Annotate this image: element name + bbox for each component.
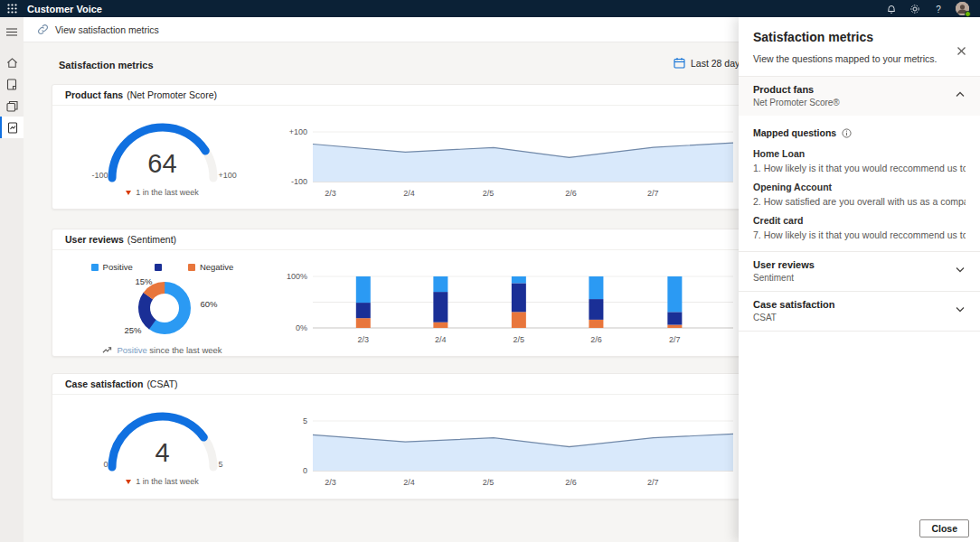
app-launcher-waffle-icon[interactable] [0,0,24,17]
home-icon [6,57,18,69]
svg-text:5: 5 [303,416,307,425]
svg-text:2/3: 2/3 [325,478,336,487]
svg-text:+100: +100 [289,127,307,136]
positive-swatch [91,264,99,271]
copy-box-icon [6,100,18,112]
view-command-label: View satisfaction metrics [55,24,159,35]
nps-max-label: +100 [219,171,237,180]
satisfaction-metrics-panel: Satisfaction metrics View the questions … [739,17,980,542]
app-top-bar: Customer Voice ? [0,0,980,17]
mapped-question: Credit card 7. How likely is it that you… [739,207,980,240]
user-avatar[interactable] [956,2,969,15]
nps-gauge-block: 64 -100 +100 1 in the last week [52,106,272,209]
legend-item-positive: Positive [91,262,133,272]
sentiment-trend: Positive since the last week [102,345,221,355]
card-product-fans: Product fans (Net Promoter Score) 64 -10… [52,84,743,210]
svg-text:2/5: 2/5 [514,335,525,344]
settings-gear-icon[interactable] [903,0,927,17]
svg-text:2/3: 2/3 [358,335,370,344]
svg-text:100%: 100% [287,272,307,281]
page-title: Satisfaction metrics [59,60,154,70]
csat-max-label: 5 [219,460,223,469]
svg-text:2/7: 2/7 [647,478,659,487]
date-range-label: Last 28 days [691,58,745,69]
panel-section-user-reviews[interactable]: User reviews Sentiment [739,252,980,291]
svg-text:2/4: 2/4 [403,189,415,198]
svg-text:2/5: 2/5 [483,478,495,487]
link-icon [37,23,49,35]
svg-text:2/4: 2/4 [435,335,447,344]
left-nav-sidebar [0,17,24,542]
calendar-icon [674,57,685,69]
svg-text:2/7: 2/7 [647,189,659,198]
donut-label-negative: 15% [136,276,153,286]
svg-text:2/3: 2/3 [325,189,336,198]
card-subtitle: (Net Promoter Score) [127,89,217,100]
svg-text:2/4: 2/4 [403,478,415,487]
svg-text:2/6: 2/6 [590,335,602,344]
card-title: User reviews [65,234,124,245]
panel-section-product-fans[interactable]: Product fans Net Promoter Score® [739,77,980,116]
presence-indicator [965,11,971,17]
neutral-swatch [155,264,162,271]
donut-label-neutral: 25% [125,325,142,335]
sentiment-donut-chart: 60% 25% 15% [72,278,253,338]
chevron-down-icon[interactable] [955,304,966,314]
report-icon [7,122,18,134]
card-subtitle: (Sentiment) [127,234,176,245]
panel-close-icon[interactable] [956,46,966,56]
svg-text:2/6: 2/6 [565,478,577,487]
sentiment-stacked-bar-chart: 2/32/42/52/62/7100%0% [272,250,742,356]
card-case-satisfaction: Case satisfaction (CSAT) 4 0 5 1 in the … [52,373,743,500]
close-button[interactable]: Close [919,519,969,537]
panel-description: View the questions mapped to your metric… [753,53,966,64]
mapped-question: Opening Account 2. How satisfied are you… [739,173,980,207]
csat-gauge: 4 0 5 [81,397,244,483]
sidebar-item-projects[interactable] [0,95,24,117]
sidebar-item-home[interactable] [0,51,24,73]
card-subtitle: (CSAT) [146,378,177,389]
app-title: Customer Voice [27,4,102,14]
svg-text:2/7: 2/7 [669,335,681,344]
mapped-question: Home Loan 1. How likely is it that you w… [739,140,980,173]
info-icon[interactable] [842,128,852,138]
mapped-questions-label: Mapped questions [739,116,980,140]
nps-trend-chart: +100-1002/32/42/52/62/7 [272,106,742,209]
nps-min-label: -100 [81,171,108,180]
csat-trend-chart: 502/32/42/52/62/7 [272,395,742,499]
sentiment-donut-block: Positive Negative 60% 25% 15% Positive s… [52,250,272,356]
chevron-up-icon[interactable] [955,89,966,99]
legend-item-neutral [155,262,166,272]
svg-text:-100: -100 [291,177,307,186]
svg-text:2/5: 2/5 [483,189,495,198]
svg-text:2/6: 2/6 [565,189,577,198]
legend-item-negative: Negative [188,262,234,272]
document-icon [6,79,17,90]
svg-text:0: 0 [303,466,307,475]
date-range-filter[interactable]: Last 28 days [674,57,745,69]
help-icon[interactable]: ? [927,0,950,17]
negative-swatch [188,264,195,271]
donut-label-positive: 60% [201,299,218,309]
sidebar-item-surveys[interactable] [0,73,24,95]
sidebar-item-reports-selected[interactable] [0,117,24,138]
sentiment-legend: Positive Negative [91,262,234,272]
panel-section-case-satisfaction[interactable]: Case satisfaction CSAT [739,292,980,331]
svg-text:?: ? [936,4,941,14]
card-title: Case satisfaction [65,378,143,389]
svg-text:0%: 0% [296,323,307,332]
panel-title: Satisfaction metrics [753,30,966,44]
nav-hamburger-icon[interactable] [0,21,24,42]
notifications-bell-icon[interactable] [880,0,903,17]
card-user-reviews: User reviews (Sentiment) Positive Negati… [52,229,743,357]
chevron-down-icon[interactable] [955,265,966,275]
view-satisfaction-metrics-command[interactable]: View satisfaction metrics [37,23,159,35]
trend-up-icon [102,345,112,355]
csat-gauge-block: 4 0 5 1 in the last week [52,395,272,499]
card-title: Product fans [65,89,123,100]
csat-min-label: 0 [81,460,108,469]
nps-gauge: 64 -100 +100 [81,107,244,194]
